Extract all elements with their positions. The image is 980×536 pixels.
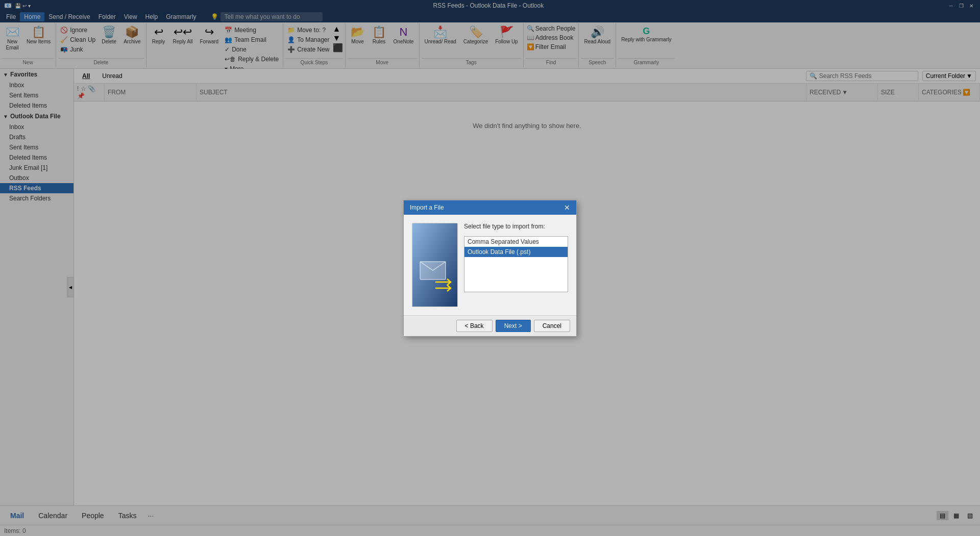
modal-select-label: Select file type to import from:: [464, 223, 568, 230]
back-button[interactable]: < Back: [456, 320, 493, 332]
outlook-import-illustration: [412, 223, 458, 307]
listbox-item-pst[interactable]: Outlook Data File (.pst): [464, 247, 568, 257]
modal-titlebar: Import a File ✕: [404, 200, 576, 215]
modal-title: Import a File: [410, 204, 444, 211]
modal-close-button[interactable]: ✕: [564, 203, 570, 212]
modal-footer: < Back Next > Cancel: [404, 315, 576, 336]
import-file-dialog: Import a File ✕: [403, 200, 577, 337]
next-button[interactable]: Next >: [496, 320, 531, 332]
modal-overlay: Import a File ✕: [0, 0, 980, 536]
modal-right: Select file type to import from: Comma S…: [464, 223, 568, 307]
modal-body: Select file type to import from: Comma S…: [404, 215, 576, 315]
listbox-item-csv[interactable]: Comma Separated Values: [464, 237, 568, 247]
modal-image: [412, 223, 458, 307]
file-type-listbox[interactable]: Comma Separated Values Outlook Data File…: [464, 236, 568, 292]
cancel-button[interactable]: Cancel: [534, 320, 570, 332]
